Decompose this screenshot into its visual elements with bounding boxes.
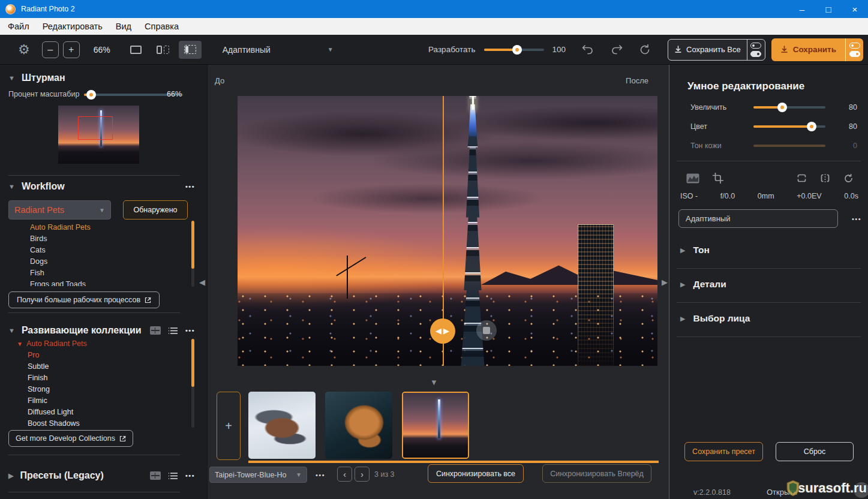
watermark: surasoft.ru bbox=[786, 480, 867, 497]
navigator-section-header[interactable]: ▼ Штурман bbox=[8, 73, 65, 83]
preset-more-menu-icon[interactable]: ••• bbox=[852, 215, 861, 223]
view-split-button[interactable] bbox=[152, 41, 175, 59]
app-window: Radiant Photo 2 – □ × Файл Редактировать… bbox=[0, 0, 868, 499]
collapse-left-panel-arrow[interactable]: ◀ bbox=[199, 278, 205, 287]
menu-help[interactable]: Справка bbox=[138, 22, 185, 31]
exif-iso: ISO - bbox=[680, 192, 698, 200]
histogram-icon[interactable] bbox=[686, 173, 699, 184]
focus-point-indicator[interactable] bbox=[476, 320, 497, 341]
list-item[interactable]: Frogs and Toads bbox=[0, 279, 190, 286]
after-label: После bbox=[626, 76, 648, 85]
list-item[interactable]: Birds bbox=[0, 233, 190, 245]
reset-rotate-icon[interactable] bbox=[639, 44, 651, 56]
tree-group[interactable]: ▼Auto Radiant Pets bbox=[0, 338, 190, 350]
get-more-workflows-button[interactable]: Получи больше рабочих процессов bbox=[8, 291, 160, 308]
tree-item[interactable]: Strong bbox=[0, 384, 190, 395]
save-all-button[interactable]: Сохранить Все bbox=[668, 39, 765, 61]
grid-view-icon[interactable] bbox=[150, 326, 161, 335]
sync-forward-button[interactable]: Синхронизировать Вперёд bbox=[542, 464, 651, 483]
divider bbox=[677, 161, 861, 161]
workflow-more-menu-icon[interactable]: ••• bbox=[185, 183, 195, 190]
list-view-icon[interactable] bbox=[168, 327, 178, 335]
settings-gear-icon[interactable]: ⚙ bbox=[18, 43, 30, 56]
tree-item[interactable]: Subtle bbox=[0, 361, 190, 372]
navigator-viewport-rect[interactable] bbox=[78, 116, 113, 140]
tower-spire bbox=[472, 96, 474, 110]
before-after-handle[interactable]: ◀ ▶ bbox=[430, 318, 455, 344]
menu-edit[interactable]: Редактировать bbox=[36, 22, 109, 31]
enhance-slider[interactable] bbox=[753, 106, 825, 109]
workflow-selected: Radiant Pets bbox=[14, 205, 64, 215]
collections-more-menu-icon[interactable]: ••• bbox=[185, 327, 195, 334]
tree-item[interactable]: Finish bbox=[0, 372, 190, 384]
close-button[interactable]: × bbox=[842, 0, 868, 18]
view-preset-dropdown[interactable]: Адаптивный ▼ bbox=[223, 45, 334, 55]
menu-view[interactable]: Вид bbox=[109, 22, 138, 31]
section-face-selection[interactable]: ▶ Выбор лица bbox=[680, 313, 750, 324]
zoom-out-button[interactable]: – bbox=[42, 41, 59, 58]
chevron-down-icon: ▼ bbox=[328, 46, 334, 53]
menu-file[interactable]: Файл bbox=[1, 22, 36, 31]
reset-button[interactable]: Сброс bbox=[776, 442, 854, 461]
get-more-collections-button[interactable]: Get more Develop Collections bbox=[8, 430, 133, 447]
collections-section-header[interactable]: ▼ Развивающие коллекции ••• bbox=[8, 325, 195, 336]
navigator-preview[interactable] bbox=[58, 106, 139, 164]
tree-item[interactable]: Diffused Light bbox=[0, 407, 190, 418]
filmstrip-more-menu-icon[interactable]: ••• bbox=[316, 471, 325, 479]
left-sidebar: ▼ Штурман Процент масштабир 66% ▼ Workfl… bbox=[0, 65, 207, 499]
save-button[interactable]: Сохранить bbox=[771, 38, 863, 61]
collapse-filmstrip-arrow[interactable]: ▼ bbox=[430, 378, 438, 387]
tree-item[interactable]: Filmic bbox=[0, 395, 190, 407]
preset-name-input[interactable]: Адаптивный bbox=[678, 209, 838, 228]
view-compare-button[interactable] bbox=[179, 41, 202, 59]
list-item[interactable]: Dogs bbox=[0, 256, 190, 267]
grid-view-icon[interactable] bbox=[150, 471, 161, 480]
workflow-scrollbar[interactable] bbox=[191, 221, 194, 287]
filmstrip-thumbnail-cat[interactable] bbox=[325, 392, 392, 459]
maximize-button[interactable]: □ bbox=[815, 0, 842, 18]
single-view-icon bbox=[130, 46, 142, 54]
crop-icon[interactable] bbox=[713, 173, 723, 184]
undo-icon[interactable] bbox=[581, 44, 594, 56]
flip-horizontal-icon[interactable] bbox=[820, 173, 830, 183]
collections-scrollbar[interactable] bbox=[191, 339, 194, 428]
save-all-options-toggle[interactable] bbox=[747, 40, 765, 60]
section-tone[interactable]: ▶ Тон bbox=[680, 245, 710, 255]
add-image-button[interactable]: + bbox=[217, 392, 241, 460]
list-view-icon[interactable] bbox=[168, 472, 178, 480]
filmstrip-thumbnail-city-selected[interactable] bbox=[402, 392, 469, 459]
exif-shutter: 0.0s bbox=[844, 192, 858, 200]
skin-tone-slider[interactable] bbox=[753, 145, 825, 147]
sync-all-button[interactable]: Синхронизировать все bbox=[428, 464, 524, 483]
presets-section-header[interactable]: ▶ Пресеты (Legacy) ••• bbox=[8, 470, 195, 481]
flip-vertical-icon[interactable] bbox=[797, 173, 807, 183]
filmstrip-thumbnail-bird[interactable] bbox=[248, 392, 316, 459]
redo-icon[interactable] bbox=[610, 44, 623, 56]
presets-more-menu-icon[interactable]: ••• bbox=[185, 472, 195, 479]
list-item[interactable]: Auto Radiant Pets bbox=[0, 222, 190, 233]
zoom-in-button[interactable]: + bbox=[63, 41, 80, 58]
section-details[interactable]: ▶ Детали bbox=[680, 279, 726, 290]
exif-aperture: f/0.0 bbox=[720, 192, 735, 200]
workflow-section-header[interactable]: ▼ Workflow ••• bbox=[8, 181, 195, 192]
detected-button[interactable]: Обнаружено bbox=[123, 200, 188, 220]
tree-item[interactable]: Pro bbox=[0, 350, 190, 361]
list-item[interactable]: Cats bbox=[0, 245, 190, 256]
filename-dropdown[interactable]: Taipei-Tower-Blue-Ho ▼ bbox=[209, 467, 307, 483]
save-options-toggle[interactable] bbox=[845, 38, 863, 61]
list-item[interactable]: Fish bbox=[0, 267, 190, 279]
save-preset-button[interactable]: Сохранить пресет bbox=[684, 442, 763, 461]
divider bbox=[8, 492, 180, 492]
view-single-button[interactable] bbox=[125, 41, 148, 59]
rotate-icon[interactable] bbox=[843, 173, 854, 184]
minimize-button[interactable]: – bbox=[789, 0, 815, 18]
zoom-percent: 66% bbox=[94, 45, 110, 55]
color-slider[interactable] bbox=[753, 125, 825, 128]
develop-slider[interactable] bbox=[484, 49, 544, 51]
next-image-button[interactable]: › bbox=[355, 467, 370, 482]
tree-item[interactable]: Boost Shadows bbox=[0, 418, 190, 429]
collapse-right-panel-arrow[interactable]: ▶ bbox=[662, 278, 668, 287]
photo-preview[interactable]: ◀ ▶ bbox=[238, 96, 657, 366]
previous-image-button[interactable]: ‹ bbox=[337, 467, 352, 482]
workflow-dropdown[interactable]: Radiant Pets ▼ bbox=[8, 200, 111, 220]
